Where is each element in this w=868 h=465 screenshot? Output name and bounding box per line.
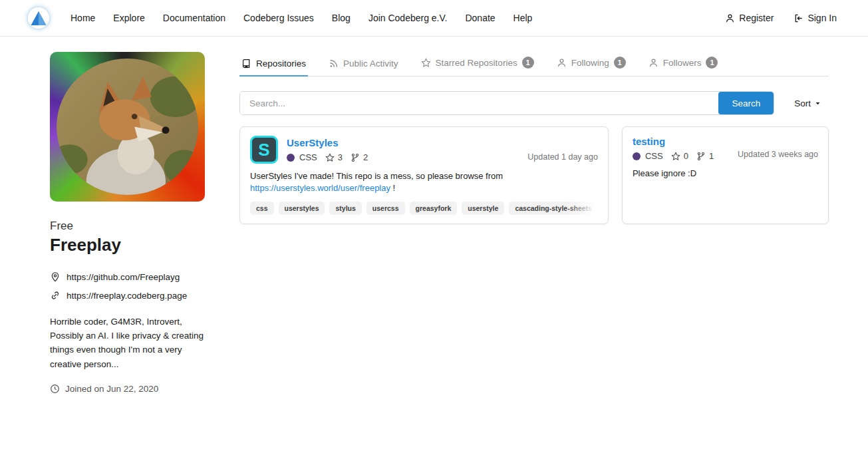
repo-avatar: S [250, 136, 278, 164]
tab-following[interactable]: Following 1 [555, 52, 628, 77]
user-avatar[interactable] [50, 52, 205, 202]
repo-meta-row: CSS 3 2 [287, 152, 368, 162]
top-navbar: Home Explore Documentation Codeberg Issu… [0, 0, 868, 37]
nav-item-explore[interactable]: Explore [113, 13, 144, 23]
person-icon [649, 58, 658, 68]
language-dot-icon [633, 152, 641, 160]
repo-updated: Updated 1 day ago [527, 152, 598, 164]
repo-updated: Updated 3 weeks ago [738, 150, 818, 161]
git-branch-icon [351, 153, 360, 162]
website-text[interactable]: https://freeplay.codeberg.page [67, 291, 187, 301]
chevron-down-icon [815, 100, 821, 106]
search-button[interactable]: Search [718, 92, 774, 114]
location-row: https://github.com/Freeplayg [50, 271, 205, 282]
followers-count-badge: 1 [706, 57, 718, 69]
sign-in-label: Sign In [807, 13, 837, 23]
repo-description-suffix: ! [393, 183, 396, 193]
tab-public-activity[interactable]: Public Activity [327, 54, 400, 77]
topic-pill[interactable]: cascading-style-sheets [509, 202, 598, 215]
topic-pill[interactable]: userstyle [462, 202, 504, 215]
repo-description-text: Please ignore :D [633, 168, 696, 178]
star-icon [421, 58, 431, 68]
link-icon [50, 290, 61, 301]
location-text[interactable]: https://github.com/Freeplayg [67, 272, 180, 282]
repo-description-link[interactable]: https://userstyles.world/user/freeplay [250, 183, 390, 193]
repo-name-link[interactable]: testing [633, 136, 714, 147]
nav-item-donate[interactable]: Donate [465, 13, 495, 23]
tab-label: Repositories [256, 59, 306, 69]
website-row: https://freeplay.codeberg.page [50, 290, 205, 301]
repo-description-text: UserStyles I've made! This repo is a mes… [250, 171, 503, 181]
main-content: Repositories Public Activity Starred Rep… [239, 52, 829, 394]
display-name: Free [50, 220, 205, 233]
language-label: CSS [645, 151, 663, 161]
topic-pill[interactable]: userstyles [279, 202, 325, 215]
repo-name-link[interactable]: UserStyles [287, 137, 368, 148]
repo-avatar-letter: S [258, 141, 269, 158]
sign-in-button[interactable]: Sign In [794, 13, 837, 23]
star-count: 0 [684, 151, 688, 161]
topic-pill[interactable]: greasyfork [410, 202, 458, 215]
tab-label: Followers [663, 58, 702, 68]
profile-tabs: Repositories Public Activity Starred Rep… [239, 52, 829, 77]
repo-card-header: testing CSS 0 [633, 136, 818, 161]
tab-followers[interactable]: Followers 1 [647, 52, 720, 77]
repo-card-testing: testing CSS 0 [622, 126, 829, 224]
language-label: CSS [299, 152, 317, 162]
rss-icon [329, 59, 339, 69]
repo-title-block: testing CSS 0 [633, 136, 714, 161]
repo-icon [241, 59, 251, 69]
profile-sidebar: Free Freeplay https://github.com/Freepla… [50, 52, 205, 394]
repo-card-header: S UserStyles CSS 3 [250, 136, 598, 164]
repo-topics: css userstyles stylus usercss greasyfork… [250, 202, 598, 215]
star-icon [325, 153, 335, 162]
language-dot-icon [287, 154, 295, 162]
profile-bio: Horrible coder, G4M3R, Introvert, Possib… [50, 315, 205, 371]
git-branch-icon [696, 152, 706, 161]
tab-starred-repositories[interactable]: Starred Repositories 1 [419, 52, 536, 77]
location-pin-icon [50, 271, 61, 282]
starred-count-badge: 1 [522, 57, 534, 69]
repo-card-userstyles: S UserStyles CSS 3 [239, 126, 609, 224]
following-count-badge: 1 [614, 57, 626, 69]
repo-search-row: Search Sort [239, 91, 829, 115]
clock-icon [50, 384, 60, 394]
tab-label: Starred Repositories [436, 58, 517, 68]
nav-item-codeberg-issues[interactable]: Codeberg Issues [243, 13, 314, 23]
person-icon [725, 13, 735, 23]
joined-row: Joined on Jun 22, 2020 [50, 384, 205, 394]
nav-item-documentation[interactable]: Documentation [163, 13, 225, 23]
nav-item-join-codeberg[interactable]: Join Codeberg e.V. [368, 13, 448, 23]
nav-item-blog[interactable]: Blog [332, 13, 351, 23]
sort-label: Sort [794, 98, 811, 108]
tab-repositories[interactable]: Repositories [239, 54, 308, 77]
repo-list: S UserStyles CSS 3 [239, 126, 829, 224]
search-input[interactable] [240, 92, 718, 114]
tab-label: Following [571, 58, 609, 68]
nav-item-help[interactable]: Help [513, 13, 533, 23]
topic-pill[interactable]: stylus [329, 202, 361, 215]
codeberg-logo-icon[interactable] [28, 7, 49, 29]
avatar-fox-image [57, 59, 198, 195]
repo-title-block: UserStyles CSS 3 [287, 136, 368, 164]
person-icon [557, 58, 567, 68]
joined-text: Joined on Jun 22, 2020 [65, 384, 158, 394]
topic-pill[interactable]: usercss [366, 202, 405, 215]
repo-meta-row: CSS 0 1 [633, 151, 714, 161]
fork-count: 2 [363, 152, 368, 162]
register-label: Register [739, 13, 774, 23]
profile-meta-links: https://github.com/Freeplayg https://fre… [50, 271, 205, 301]
repo-description: Please ignore :D [633, 168, 818, 180]
fork-count: 1 [709, 151, 714, 161]
nav-item-home[interactable]: Home [71, 13, 95, 23]
register-button[interactable]: Register [725, 13, 774, 23]
topic-pill[interactable]: css [250, 202, 274, 215]
tab-label: Public Activity [343, 59, 398, 69]
star-icon [671, 152, 680, 161]
search-group: Search [239, 91, 774, 115]
sign-in-icon [794, 13, 803, 23]
nav-links: Home Explore Documentation Codeberg Issu… [71, 13, 532, 23]
username: Freeplay [50, 235, 205, 255]
repo-description: UserStyles I've made! This repo is a mes… [250, 170, 598, 194]
sort-dropdown[interactable]: Sort [794, 98, 829, 108]
